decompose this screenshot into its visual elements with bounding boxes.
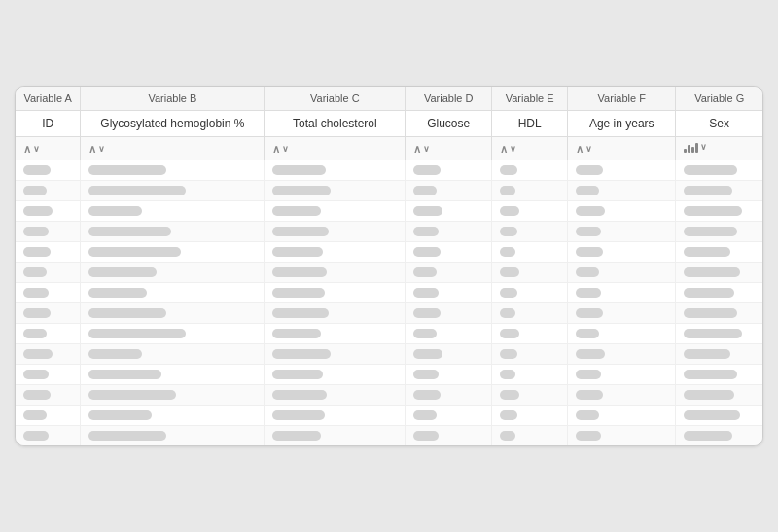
sort-col-e[interactable]: ∧ ∨ bbox=[492, 137, 568, 160]
table-row bbox=[16, 324, 762, 344]
cell-col_b-6 bbox=[81, 283, 265, 303]
cell-col_a-1 bbox=[16, 181, 81, 201]
cell-col_a-7 bbox=[16, 303, 81, 324]
sort-chevron-icon-f: ∨ bbox=[585, 144, 592, 154]
sort-col-b[interactable]: ∧ ∨ bbox=[81, 137, 265, 160]
cell-col_f-0 bbox=[568, 160, 676, 181]
cell-col_g-1 bbox=[676, 181, 762, 201]
table-row bbox=[16, 385, 762, 406]
cell-col_c-11 bbox=[265, 385, 406, 406]
cell-col_f-10 bbox=[568, 365, 676, 385]
col-field-hdl: HDL bbox=[492, 111, 568, 137]
cell-col_b-13 bbox=[81, 426, 265, 446]
cell-col_f-3 bbox=[568, 222, 676, 242]
sort-col-c[interactable]: ∧ ∨ bbox=[265, 137, 406, 160]
sort-col-g[interactable]: ∨ bbox=[676, 137, 762, 160]
col-field-age: Age in years bbox=[568, 111, 676, 137]
col-header-var-b: Variable B bbox=[81, 87, 265, 111]
data-table: Variable A Variable B Variable C Variabl… bbox=[15, 86, 763, 446]
col-header-var-g: Variable G bbox=[676, 87, 762, 111]
cell-col_a-10 bbox=[16, 365, 81, 385]
col-field-glyc: Glycosylated hemoglobin % bbox=[81, 111, 265, 137]
cell-col_d-6 bbox=[406, 283, 492, 303]
cell-col_a-3 bbox=[16, 222, 81, 242]
cell-col_e-1 bbox=[492, 181, 568, 201]
cell-col_b-7 bbox=[81, 303, 265, 324]
cell-col_d-2 bbox=[406, 201, 492, 222]
barchart-sort-icon bbox=[684, 141, 698, 153]
cell-col_g-11 bbox=[676, 385, 762, 406]
col-field-glucose: Glucose bbox=[406, 111, 492, 137]
sort-asc-icon-d: ∧ bbox=[413, 143, 421, 156]
cell-col_f-1 bbox=[568, 181, 676, 201]
cell-col_a-5 bbox=[16, 263, 81, 283]
cell-col_f-7 bbox=[568, 303, 676, 324]
cell-col_e-13 bbox=[492, 426, 568, 446]
cell-col_e-2 bbox=[492, 201, 568, 222]
cell-col_a-8 bbox=[16, 324, 81, 344]
cell-col_f-8 bbox=[568, 324, 676, 344]
cell-col_c-3 bbox=[265, 222, 406, 242]
cell-col_c-4 bbox=[265, 242, 406, 263]
cell-col_b-3 bbox=[81, 222, 265, 242]
col-field-id: ID bbox=[16, 111, 81, 137]
cell-col_c-8 bbox=[265, 324, 406, 344]
cell-col_d-4 bbox=[406, 242, 492, 263]
cell-col_b-4 bbox=[81, 242, 265, 263]
cell-col_g-10 bbox=[676, 365, 762, 385]
cell-col_e-9 bbox=[492, 344, 568, 365]
cell-col_c-13 bbox=[265, 426, 406, 446]
sort-asc-icon: ∧ bbox=[23, 143, 31, 156]
cell-col_g-2 bbox=[676, 201, 762, 222]
cell-col_d-7 bbox=[406, 303, 492, 324]
sort-asc-icon-f: ∧ bbox=[576, 143, 584, 156]
cell-col_g-12 bbox=[676, 406, 762, 426]
cell-col_e-4 bbox=[492, 242, 568, 263]
col-header-var-e: Variable E bbox=[492, 87, 568, 111]
cell-col_g-5 bbox=[676, 263, 762, 283]
sort-asc-icon-b: ∧ bbox=[88, 143, 96, 156]
sort-chevron-icon-e: ∨ bbox=[510, 144, 516, 154]
cell-col_f-4 bbox=[568, 242, 676, 263]
cell-col_a-2 bbox=[16, 201, 81, 222]
cell-col_d-11 bbox=[406, 385, 492, 406]
cell-col_a-0 bbox=[16, 160, 81, 181]
cell-col_f-13 bbox=[568, 426, 676, 446]
cell-col_f-5 bbox=[568, 263, 676, 283]
sort-col-a[interactable]: ∧ ∨ bbox=[16, 137, 81, 160]
sort-col-f[interactable]: ∧ ∨ bbox=[568, 137, 676, 160]
cell-col_f-11 bbox=[568, 385, 676, 406]
cell-col_c-1 bbox=[265, 181, 406, 201]
col-header-var-f: Variable F bbox=[568, 87, 676, 111]
cell-col_c-5 bbox=[265, 263, 406, 283]
sort-asc-icon-c: ∧ bbox=[272, 143, 280, 156]
cell-col_b-1 bbox=[81, 181, 265, 201]
cell-col_g-6 bbox=[676, 283, 762, 303]
cell-col_c-0 bbox=[265, 160, 406, 181]
cell-col_b-0 bbox=[81, 160, 265, 181]
col-field-chol: Total cholesterol bbox=[265, 111, 406, 137]
cell-col_c-2 bbox=[265, 201, 406, 222]
cell-col_a-6 bbox=[16, 283, 81, 303]
cell-col_e-6 bbox=[492, 283, 568, 303]
cell-col_f-2 bbox=[568, 201, 676, 222]
cell-col_d-10 bbox=[406, 365, 492, 385]
cell-col_b-2 bbox=[81, 201, 265, 222]
col-header-var-c: Variable C bbox=[265, 87, 406, 111]
cell-col_d-8 bbox=[406, 324, 492, 344]
table-row bbox=[16, 222, 762, 242]
cell-col_g-0 bbox=[676, 160, 762, 181]
cell-col_c-7 bbox=[265, 303, 406, 324]
cell-col_e-3 bbox=[492, 222, 568, 242]
sort-col-d[interactable]: ∧ ∨ bbox=[406, 137, 492, 160]
col-field-sex: Sex bbox=[676, 111, 762, 137]
sort-chevron-icon-g: ∨ bbox=[700, 142, 707, 152]
cell-col_d-9 bbox=[406, 344, 492, 365]
sort-chevron-icon-b: ∨ bbox=[98, 144, 105, 154]
cell-col_d-1 bbox=[406, 181, 492, 201]
cell-col_a-13 bbox=[16, 426, 81, 446]
table-row bbox=[16, 181, 762, 201]
cell-col_e-11 bbox=[492, 385, 568, 406]
cell-col_b-12 bbox=[81, 406, 265, 426]
cell-col_e-8 bbox=[492, 324, 568, 344]
